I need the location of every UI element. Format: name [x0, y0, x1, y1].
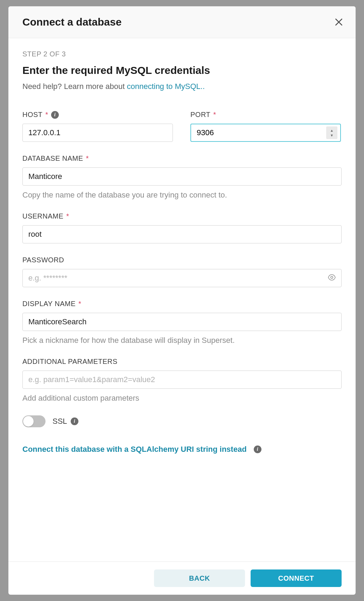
additional-label-text: ADDITIONAL PARAMETERS [22, 358, 118, 366]
username-group: USERNAME * [22, 212, 342, 243]
eye-icon[interactable] [328, 273, 336, 283]
port-input[interactable] [191, 124, 326, 141]
host-label-text: HOST [22, 111, 43, 119]
required-asterisk: * [46, 111, 48, 119]
port-label: PORT * [190, 111, 341, 119]
additional-input[interactable] [22, 371, 342, 389]
host-group: HOST * i [22, 111, 173, 142]
username-input[interactable] [22, 225, 342, 243]
ssl-toggle[interactable] [22, 415, 46, 427]
close-button[interactable] [333, 16, 344, 28]
required-asterisk: * [78, 300, 81, 308]
help-link[interactable]: connecting to MySQL.. [127, 82, 205, 91]
display-name-input[interactable] [22, 313, 342, 331]
ssl-label: SSL i [52, 417, 78, 426]
connect-button[interactable]: CONNECT [251, 569, 342, 587]
alt-link-row: Connect this database with a SQLAlchemy … [22, 445, 342, 454]
additional-hint: Add additional custom parameters [22, 394, 342, 403]
password-group: PASSWORD [22, 256, 342, 287]
port-label-text: PORT [190, 111, 210, 119]
required-asterisk: * [86, 154, 89, 163]
database-hint: Copy the name of the database you are tr… [22, 191, 342, 200]
required-asterisk: * [66, 212, 69, 220]
close-icon [334, 18, 343, 27]
help-prefix: Need help? Learn more about [22, 82, 127, 91]
additional-group: ADDITIONAL PARAMETERS Add additional cus… [22, 358, 342, 403]
ssl-label-text: SSL [52, 417, 67, 426]
info-icon[interactable]: i [71, 417, 78, 425]
section-heading: Enter the required MySQL credentials [22, 64, 342, 76]
connect-database-modal: Connect a database STEP 2 OF 3 Enter the… [8, 6, 356, 595]
display-name-label: DISPLAY NAME * [22, 300, 342, 308]
database-group: DATABASE NAME * Copy the name of the dat… [22, 154, 342, 200]
ssl-row: SSL i [22, 415, 342, 427]
back-button[interactable]: BACK [154, 569, 245, 587]
host-port-row: HOST * i PORT * ▲ ▼ [22, 111, 342, 142]
required-asterisk: * [213, 111, 216, 119]
modal-header: Connect a database [8, 6, 356, 38]
password-label: PASSWORD [22, 256, 342, 264]
display-name-group: DISPLAY NAME * Pick a nickname for how t… [22, 300, 342, 345]
chevron-down-icon: ▼ [330, 133, 334, 138]
password-label-text: PASSWORD [22, 256, 64, 264]
database-input[interactable] [22, 167, 342, 186]
modal-title: Connect a database [22, 16, 121, 28]
database-label-text: DATABASE NAME [22, 154, 83, 163]
port-stepper[interactable]: ▲ ▼ [326, 126, 337, 139]
port-group: PORT * ▲ ▼ [190, 111, 341, 142]
info-icon[interactable]: i [51, 111, 59, 119]
database-label: DATABASE NAME * [22, 154, 342, 163]
info-icon[interactable]: i [254, 445, 261, 453]
help-text: Need help? Learn more about connecting t… [22, 82, 342, 91]
svg-point-0 [331, 276, 333, 278]
display-name-hint: Pick a nickname for how the database wil… [22, 336, 342, 345]
chevron-up-icon: ▲ [330, 128, 334, 133]
modal-footer: BACK CONNECT [8, 561, 356, 595]
password-input[interactable] [22, 269, 342, 287]
toggle-knob [23, 416, 34, 427]
display-name-label-text: DISPLAY NAME [22, 300, 76, 308]
host-label: HOST * i [22, 111, 173, 119]
step-label: STEP 2 OF 3 [22, 50, 342, 58]
port-input-wrap: ▲ ▼ [190, 124, 341, 142]
additional-label: ADDITIONAL PARAMETERS [22, 358, 342, 366]
sqlalchemy-link[interactable]: Connect this database with a SQLAlchemy … [22, 445, 247, 454]
username-label-text: USERNAME [22, 212, 63, 220]
host-input[interactable] [22, 124, 173, 142]
password-wrap [22, 269, 342, 287]
modal-body: STEP 2 OF 3 Enter the required MySQL cre… [8, 38, 356, 561]
username-label: USERNAME * [22, 212, 342, 220]
